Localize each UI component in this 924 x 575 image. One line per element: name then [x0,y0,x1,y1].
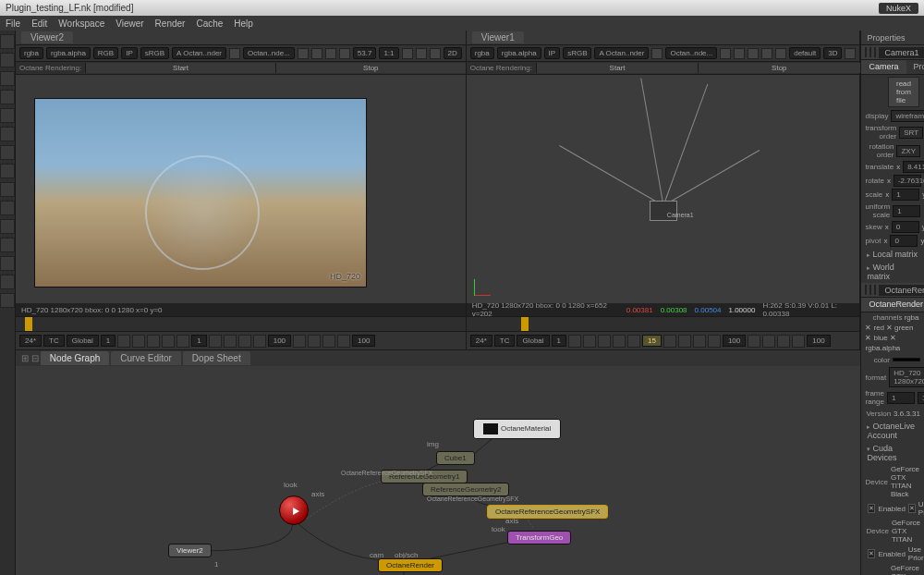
srgb-sel-r[interactable]: sRGB [563,47,591,59]
channel-sel[interactable]: rgba [19,47,43,59]
enabled1-checkbox[interactable]: ✕ [868,504,875,513]
menu-edit[interactable]: Edit [31,18,47,29]
tool-2[interactable] [0,53,15,67]
proxy-icon[interactable] [311,48,322,59]
tx-field[interactable]: 8.41133326 [903,161,924,173]
colorspace-sel[interactable]: RGB [93,47,118,59]
tab-node-graph[interactable]: Node Graph [41,351,109,365]
min-icon[interactable] [869,47,871,57]
menu-viewer[interactable]: Viewer [116,18,143,29]
material-node[interactable]: OctaneMaterial [473,419,561,439]
lock-icon[interactable] [845,48,856,59]
tool-6[interactable] [0,127,15,141]
play-fwd-button[interactable] [224,335,237,348]
refresh-icon-r[interactable] [761,48,772,59]
fps-field[interactable]: 24* [19,335,42,347]
range-sel-r[interactable]: Global [517,335,549,347]
downrez-sel[interactable]: 53.7 [353,47,377,59]
r-checkbox[interactable]: ✕ [865,324,871,332]
b-checkbox[interactable]: ✕ [865,334,871,342]
prev-key-button-r[interactable] [583,335,596,348]
viewer-left-timeline[interactable] [16,316,466,331]
g-checkbox[interactable]: ✕ [886,324,893,332]
playhead[interactable] [25,317,32,331]
tab-projection[interactable]: Projection [906,60,925,74]
local-matrix-section[interactable]: Local matrix [861,248,924,261]
input-b-sel-r[interactable]: Octan..nde... [665,47,717,59]
render-start-button[interactable]: Start [85,63,275,73]
menu-workspace[interactable]: Workspace [58,18,104,29]
out-frame2-r[interactable]: 100 [807,335,830,347]
pause-icon[interactable] [325,48,336,59]
roi-icon-r[interactable] [720,48,731,59]
priority1-checkbox[interactable]: ✕ [908,504,916,513]
last-frame-button[interactable] [253,335,266,348]
play-back-button-r[interactable] [598,335,611,348]
play-fwd-button-r[interactable] [678,335,691,348]
cube-node[interactable]: Cube1 [436,451,475,465]
stop-button-r[interactable] [627,335,640,348]
loop-icon-r[interactable] [748,335,760,348]
menu-cache[interactable]: Cache [196,18,223,29]
ip-toggle-r[interactable]: IP [544,47,561,59]
tc-field-r[interactable]: TC [494,335,516,347]
viewer-right-canvas[interactable]: Camera1 [467,75,860,303]
tool-13[interactable] [0,256,15,271]
transform-node[interactable]: TransformGeo [507,531,571,544]
render-node[interactable]: OctaneRender [378,558,443,572]
tool-1[interactable] [0,34,15,49]
lut-icon-r[interactable] [792,335,805,348]
step-fwd-button-r[interactable] [663,335,676,348]
rotation-order-sel[interactable]: ZXY [896,145,920,157]
input-b-sel[interactable]: Octan..nde... [243,47,295,59]
sx-field[interactable]: 1 [892,189,919,201]
alpha-layer-sel[interactable]: rgba.alpha [865,344,900,352]
range-a[interactable]: 1 [887,392,915,404]
loop-icon[interactable] [293,335,306,348]
proxy-icon-r[interactable] [734,48,745,59]
bg-icon-r[interactable] [777,335,790,348]
alpha-sel[interactable]: rgba.alpha [46,47,91,59]
cur-frame-r[interactable]: 15 [642,335,662,347]
tool-4[interactable] [0,90,15,104]
transform-order-sel[interactable]: SRT [899,127,923,139]
refgeo2-node[interactable]: ReferenceGeometry2 [422,483,509,496]
out-frame-r[interactable]: 100 [723,335,746,347]
fps-field-r[interactable]: 24* [470,335,492,347]
ip-toggle[interactable]: IP [121,47,138,59]
px-field[interactable]: 0 [890,235,918,247]
stop-button[interactable] [176,335,189,348]
camera-node-header[interactable]: Camera1 [861,45,924,60]
render-stop-button-r[interactable]: Stop [698,63,859,73]
mode3d-sel[interactable]: 3D [823,47,842,59]
viewer-left-tab[interactable]: Viewer2 [21,31,73,43]
read-from-file-button[interactable]: read from file [888,77,919,107]
tab-octane[interactable]: OctaneRender [861,298,924,312]
tool-15[interactable] [0,293,15,308]
refresh-icon[interactable] [339,48,350,59]
viewer-left-canvas[interactable]: HD_720 [16,75,466,303]
close-icon[interactable] [865,285,867,295]
pause-icon-r[interactable] [748,48,759,59]
node-graph-canvas[interactable]: look axis Viewer2 1 ReferenceGeometry1 O… [16,366,860,575]
bounce-icon-r[interactable] [762,335,775,348]
display-sel[interactable]: wireframe [891,110,924,122]
input-a-sel[interactable]: A Octan..nder [172,47,226,59]
alpha-sel-r[interactable]: rgba.alpha [497,47,541,59]
color-swatch[interactable] [893,358,920,361]
input-a-sel-r[interactable]: A Octan..nder [594,47,649,59]
lut-icon[interactable] [337,335,350,348]
cur-frame[interactable]: 1 [191,335,206,347]
viewer-right-timeline[interactable] [467,316,860,331]
play-back-button[interactable] [147,335,160,348]
close-icon[interactable] [865,47,867,57]
layer-sel[interactable]: rgba [904,313,918,322]
tool-3[interactable] [0,71,15,86]
a-checkbox[interactable]: ✕ [890,334,896,342]
octane-node-name[interactable]: OctaneRender1 [879,285,924,296]
camera-node-name[interactable]: Camera1 [879,47,924,58]
camera-node[interactable] [279,495,309,525]
step-fwd-button[interactable] [209,335,222,348]
last-frame-button-r[interactable] [708,335,721,348]
prev-key-button[interactable] [132,335,145,348]
